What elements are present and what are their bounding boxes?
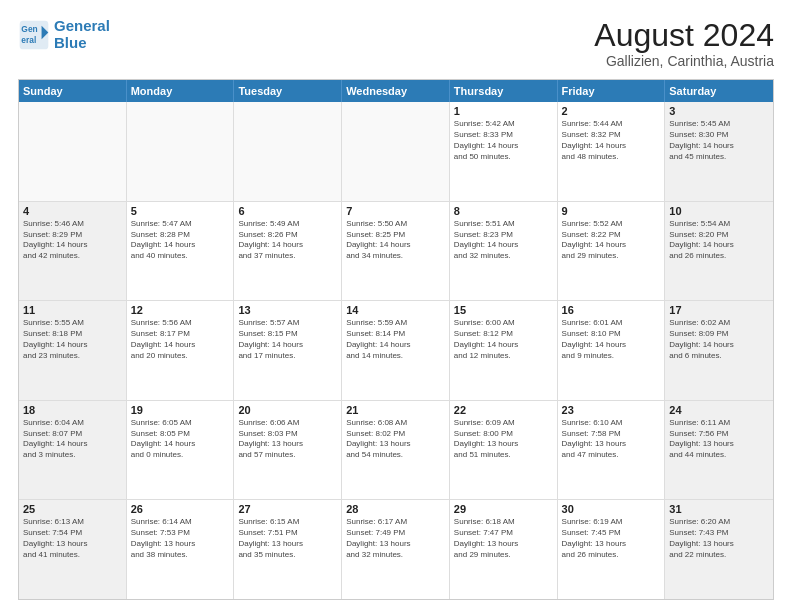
day-header-wednesday: Wednesday [342, 80, 450, 102]
cell-info: Sunrise: 6:01 AM Sunset: 8:10 PM Dayligh… [562, 318, 661, 361]
day-number: 17 [669, 304, 769, 316]
cell-info: Sunrise: 5:51 AM Sunset: 8:23 PM Dayligh… [454, 219, 553, 262]
cell-info: Sunrise: 5:49 AM Sunset: 8:26 PM Dayligh… [238, 219, 337, 262]
cell-info: Sunrise: 5:52 AM Sunset: 8:22 PM Dayligh… [562, 219, 661, 262]
calendar-cell [19, 102, 127, 201]
day-number: 1 [454, 105, 553, 117]
calendar-cell: 22Sunrise: 6:09 AM Sunset: 8:00 PM Dayli… [450, 401, 558, 500]
calendar-cell: 30Sunrise: 6:19 AM Sunset: 7:45 PM Dayli… [558, 500, 666, 599]
calendar-row-1: 1Sunrise: 5:42 AM Sunset: 8:33 PM Daylig… [19, 102, 773, 202]
calendar-cell: 10Sunrise: 5:54 AM Sunset: 8:20 PM Dayli… [665, 202, 773, 301]
calendar-header: SundayMondayTuesdayWednesdayThursdayFrid… [19, 80, 773, 102]
logo-line1: General [54, 18, 110, 35]
calendar-cell: 3Sunrise: 5:45 AM Sunset: 8:30 PM Daylig… [665, 102, 773, 201]
day-number: 6 [238, 205, 337, 217]
day-number: 24 [669, 404, 769, 416]
cell-info: Sunrise: 6:13 AM Sunset: 7:54 PM Dayligh… [23, 517, 122, 560]
calendar-cell: 9Sunrise: 5:52 AM Sunset: 8:22 PM Daylig… [558, 202, 666, 301]
cell-info: Sunrise: 5:44 AM Sunset: 8:32 PM Dayligh… [562, 119, 661, 162]
calendar-cell: 2Sunrise: 5:44 AM Sunset: 8:32 PM Daylig… [558, 102, 666, 201]
logo: Gen eral General Blue [18, 18, 110, 51]
day-number: 4 [23, 205, 122, 217]
day-number: 7 [346, 205, 445, 217]
day-number: 31 [669, 503, 769, 515]
cell-info: Sunrise: 6:09 AM Sunset: 8:00 PM Dayligh… [454, 418, 553, 461]
calendar-cell: 20Sunrise: 6:06 AM Sunset: 8:03 PM Dayli… [234, 401, 342, 500]
day-number: 13 [238, 304, 337, 316]
calendar-cell: 28Sunrise: 6:17 AM Sunset: 7:49 PM Dayli… [342, 500, 450, 599]
page: Gen eral General Blue August 2024 Galliz… [0, 0, 792, 612]
calendar-cell: 5Sunrise: 5:47 AM Sunset: 8:28 PM Daylig… [127, 202, 235, 301]
day-number: 18 [23, 404, 122, 416]
calendar-cell: 26Sunrise: 6:14 AM Sunset: 7:53 PM Dayli… [127, 500, 235, 599]
cell-info: Sunrise: 6:06 AM Sunset: 8:03 PM Dayligh… [238, 418, 337, 461]
logo-line2: Blue [54, 35, 110, 52]
day-number: 27 [238, 503, 337, 515]
day-header-thursday: Thursday [450, 80, 558, 102]
calendar-cell: 19Sunrise: 6:05 AM Sunset: 8:05 PM Dayli… [127, 401, 235, 500]
day-number: 2 [562, 105, 661, 117]
day-number: 8 [454, 205, 553, 217]
calendar-cell: 15Sunrise: 6:00 AM Sunset: 8:12 PM Dayli… [450, 301, 558, 400]
calendar-cell: 23Sunrise: 6:10 AM Sunset: 7:58 PM Dayli… [558, 401, 666, 500]
day-number: 9 [562, 205, 661, 217]
cell-info: Sunrise: 5:57 AM Sunset: 8:15 PM Dayligh… [238, 318, 337, 361]
cell-info: Sunrise: 5:47 AM Sunset: 8:28 PM Dayligh… [131, 219, 230, 262]
cell-info: Sunrise: 6:00 AM Sunset: 8:12 PM Dayligh… [454, 318, 553, 361]
day-number: 14 [346, 304, 445, 316]
calendar-cell: 16Sunrise: 6:01 AM Sunset: 8:10 PM Dayli… [558, 301, 666, 400]
calendar-cell: 31Sunrise: 6:20 AM Sunset: 7:43 PM Dayli… [665, 500, 773, 599]
cell-info: Sunrise: 6:11 AM Sunset: 7:56 PM Dayligh… [669, 418, 769, 461]
cell-info: Sunrise: 5:54 AM Sunset: 8:20 PM Dayligh… [669, 219, 769, 262]
cell-info: Sunrise: 5:45 AM Sunset: 8:30 PM Dayligh… [669, 119, 769, 162]
calendar: SundayMondayTuesdayWednesdayThursdayFrid… [18, 79, 774, 600]
day-number: 25 [23, 503, 122, 515]
day-header-friday: Friday [558, 80, 666, 102]
calendar-cell: 18Sunrise: 6:04 AM Sunset: 8:07 PM Dayli… [19, 401, 127, 500]
calendar-cell: 8Sunrise: 5:51 AM Sunset: 8:23 PM Daylig… [450, 202, 558, 301]
main-title: August 2024 [594, 18, 774, 53]
cell-info: Sunrise: 6:08 AM Sunset: 8:02 PM Dayligh… [346, 418, 445, 461]
calendar-cell: 13Sunrise: 5:57 AM Sunset: 8:15 PM Dayli… [234, 301, 342, 400]
day-number: 3 [669, 105, 769, 117]
day-number: 19 [131, 404, 230, 416]
subtitle: Gallizien, Carinthia, Austria [594, 53, 774, 69]
day-number: 16 [562, 304, 661, 316]
logo-text: General Blue [54, 18, 110, 51]
day-number: 12 [131, 304, 230, 316]
day-header-monday: Monday [127, 80, 235, 102]
calendar-cell: 27Sunrise: 6:15 AM Sunset: 7:51 PM Dayli… [234, 500, 342, 599]
cell-info: Sunrise: 5:56 AM Sunset: 8:17 PM Dayligh… [131, 318, 230, 361]
day-number: 21 [346, 404, 445, 416]
calendar-row-3: 11Sunrise: 5:55 AM Sunset: 8:18 PM Dayli… [19, 301, 773, 401]
calendar-cell: 21Sunrise: 6:08 AM Sunset: 8:02 PM Dayli… [342, 401, 450, 500]
calendar-cell [234, 102, 342, 201]
cell-info: Sunrise: 5:50 AM Sunset: 8:25 PM Dayligh… [346, 219, 445, 262]
cell-info: Sunrise: 6:15 AM Sunset: 7:51 PM Dayligh… [238, 517, 337, 560]
calendar-cell: 6Sunrise: 5:49 AM Sunset: 8:26 PM Daylig… [234, 202, 342, 301]
day-header-tuesday: Tuesday [234, 80, 342, 102]
day-number: 22 [454, 404, 553, 416]
calendar-cell: 1Sunrise: 5:42 AM Sunset: 8:33 PM Daylig… [450, 102, 558, 201]
day-number: 23 [562, 404, 661, 416]
svg-text:eral: eral [21, 34, 36, 44]
calendar-cell: 11Sunrise: 5:55 AM Sunset: 8:18 PM Dayli… [19, 301, 127, 400]
calendar-cell: 17Sunrise: 6:02 AM Sunset: 8:09 PM Dayli… [665, 301, 773, 400]
title-block: August 2024 Gallizien, Carinthia, Austri… [594, 18, 774, 69]
day-number: 15 [454, 304, 553, 316]
calendar-cell: 25Sunrise: 6:13 AM Sunset: 7:54 PM Dayli… [19, 500, 127, 599]
cell-info: Sunrise: 6:05 AM Sunset: 8:05 PM Dayligh… [131, 418, 230, 461]
calendar-cell [127, 102, 235, 201]
calendar-cell: 29Sunrise: 6:18 AM Sunset: 7:47 PM Dayli… [450, 500, 558, 599]
day-number: 20 [238, 404, 337, 416]
header: Gen eral General Blue August 2024 Galliz… [18, 18, 774, 69]
day-number: 29 [454, 503, 553, 515]
cell-info: Sunrise: 6:18 AM Sunset: 7:47 PM Dayligh… [454, 517, 553, 560]
day-header-sunday: Sunday [19, 80, 127, 102]
cell-info: Sunrise: 6:19 AM Sunset: 7:45 PM Dayligh… [562, 517, 661, 560]
svg-text:Gen: Gen [21, 24, 37, 34]
day-number: 10 [669, 205, 769, 217]
calendar-body: 1Sunrise: 5:42 AM Sunset: 8:33 PM Daylig… [19, 102, 773, 599]
day-number: 5 [131, 205, 230, 217]
day-number: 26 [131, 503, 230, 515]
